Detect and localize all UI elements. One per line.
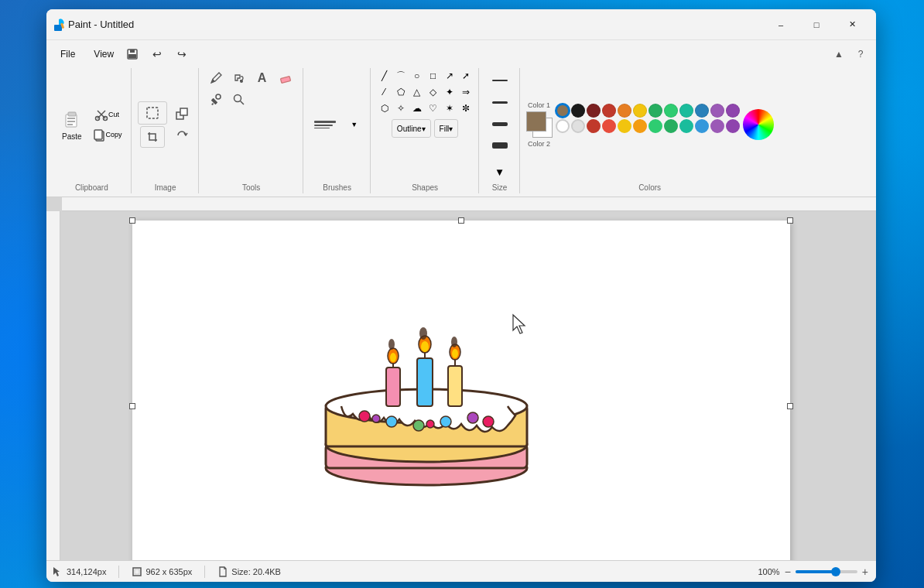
- colors-group: Color 1 Color 2: [522, 68, 779, 193]
- canvas-area[interactable]: [46, 197, 876, 560]
- crop-icon: [145, 129, 160, 145]
- color-outline-7[interactable]: [664, 119, 678, 133]
- copy-button[interactable]: Copy: [88, 125, 126, 144]
- fill-button[interactable]: [228, 68, 250, 88]
- shape-line2[interactable]: ⁄: [377, 84, 392, 100]
- shape-arrow3[interactable]: ⇒: [458, 84, 474, 100]
- shape-curve[interactable]: ⌒: [393, 68, 409, 84]
- shape-star6[interactable]: ✶: [442, 101, 457, 116]
- color-swatch-1[interactable]: [571, 104, 585, 118]
- zoom-in-button[interactable]: +: [861, 564, 870, 579]
- color-swatch-5[interactable]: [633, 104, 647, 118]
- close-button[interactable]: ✕: [834, 12, 870, 37]
- shape-diamond[interactable]: ◇: [426, 84, 441, 100]
- paste-button[interactable]: Paste: [57, 104, 87, 145]
- color-outline-0[interactable]: [556, 119, 570, 133]
- shape-pentagon[interactable]: ⬠: [393, 84, 409, 100]
- shape-hexagon[interactable]: ⬡: [377, 101, 392, 116]
- color-outline-2[interactable]: [587, 119, 601, 133]
- size-dropdown[interactable]: ▼: [489, 162, 511, 181]
- color-swatch-8[interactable]: [679, 104, 693, 118]
- color1-box[interactable]: [526, 111, 546, 132]
- shape-arrow2[interactable]: ➚: [458, 68, 474, 84]
- color-outline-1[interactable]: [571, 119, 585, 133]
- shape-star4[interactable]: ✧: [393, 101, 409, 116]
- svg-rect-43: [417, 358, 433, 406]
- color-outline-8[interactable]: [679, 119, 693, 133]
- text-button[interactable]: A: [252, 68, 273, 88]
- handle-top-right[interactable]: [787, 217, 793, 224]
- svg-point-31: [386, 416, 397, 427]
- color-swatch-7[interactable]: [664, 104, 678, 118]
- zoom-out-button[interactable]: −: [783, 564, 792, 579]
- ribbon-collapse-button[interactable]: ▲: [830, 45, 848, 63]
- brush-button[interactable]: [310, 104, 341, 145]
- brushes-content: ▼: [310, 68, 365, 193]
- color-swatch-0[interactable]: [556, 104, 570, 118]
- color-swatch-4[interactable]: [618, 104, 631, 118]
- color-outline-10[interactable]: [710, 119, 724, 133]
- save-button[interactable]: [121, 43, 143, 65]
- color-picker-button[interactable]: [205, 90, 227, 110]
- size3[interactable]: [488, 115, 512, 133]
- help-button[interactable]: ?: [851, 45, 870, 63]
- cut-button[interactable]: Cut: [88, 105, 126, 124]
- color-boxes: [526, 111, 553, 138]
- redo-button[interactable]: ↪: [171, 43, 193, 65]
- color-swatch-9[interactable]: [695, 104, 709, 118]
- color-swatch-2[interactable]: [587, 104, 601, 118]
- color-swatch-10[interactable]: [710, 104, 724, 118]
- color-outline-6[interactable]: [649, 119, 662, 133]
- color-outline-4[interactable]: [618, 119, 631, 133]
- ribbon-toolbar: Paste Cut: [46, 65, 876, 197]
- shape-heart[interactable]: ♡: [426, 101, 441, 116]
- shape-star7[interactable]: ✼: [458, 101, 474, 116]
- shape-arrow[interactable]: ↗: [442, 68, 457, 84]
- handle-top-center[interactable]: [458, 217, 464, 224]
- handle-top-left[interactable]: [129, 217, 135, 224]
- zoom-slider[interactable]: [796, 570, 857, 573]
- magnify-button[interactable]: [228, 90, 250, 110]
- select-button[interactable]: [138, 101, 167, 125]
- size1[interactable]: [488, 71, 512, 90]
- menu-view[interactable]: View: [86, 46, 121, 62]
- shape-rect[interactable]: □: [426, 68, 441, 84]
- paste-label: Paste: [62, 132, 82, 141]
- fill-shape-btn[interactable]: Fill▾: [434, 119, 459, 138]
- minimize-button[interactable]: –: [763, 12, 799, 37]
- maximize-button[interactable]: □: [799, 12, 834, 37]
- size2[interactable]: [488, 93, 512, 111]
- cake-drawing: [303, 267, 550, 507]
- shape-line1[interactable]: ╱: [377, 68, 392, 84]
- outline-btn[interactable]: Outline▾: [392, 119, 431, 138]
- canvas-size: 962 x 635px: [145, 567, 192, 576]
- color-wheel-button[interactable]: [743, 109, 774, 140]
- color-outline-11[interactable]: [726, 119, 740, 133]
- zoom-control: 100% − +: [758, 564, 870, 579]
- eraser-button[interactable]: [275, 68, 296, 88]
- color-swatch-6[interactable]: [649, 104, 662, 118]
- pencil-button[interactable]: [205, 68, 227, 88]
- shape-star5[interactable]: ✦: [442, 84, 457, 100]
- resize-button[interactable]: [170, 104, 193, 124]
- drawing-canvas[interactable]: [132, 220, 790, 560]
- undo-button[interactable]: ↩: [146, 43, 168, 65]
- shape-triangle[interactable]: △: [409, 84, 425, 100]
- size4[interactable]: [488, 136, 512, 155]
- color-outline-5[interactable]: [633, 119, 647, 133]
- color-swatch-11[interactable]: [726, 104, 740, 118]
- color-swatch-3[interactable]: [602, 104, 616, 118]
- color-outline-9[interactable]: [695, 119, 709, 133]
- brush-dropdown[interactable]: ▼: [344, 115, 365, 134]
- color-outline-3[interactable]: [602, 119, 616, 133]
- handle-left-center[interactable]: [129, 403, 135, 409]
- color-picker-icon: [209, 93, 223, 107]
- crop-button[interactable]: [140, 126, 165, 148]
- shape-cloud[interactable]: ☁: [409, 101, 425, 116]
- shape-oval[interactable]: ○: [409, 68, 425, 84]
- tools-content: A: [205, 68, 298, 193]
- clipboard-group: Paste Cut: [53, 68, 132, 193]
- menu-file[interactable]: File: [53, 46, 83, 62]
- rotate-button[interactable]: [170, 125, 193, 145]
- handle-right-center[interactable]: [787, 403, 793, 409]
